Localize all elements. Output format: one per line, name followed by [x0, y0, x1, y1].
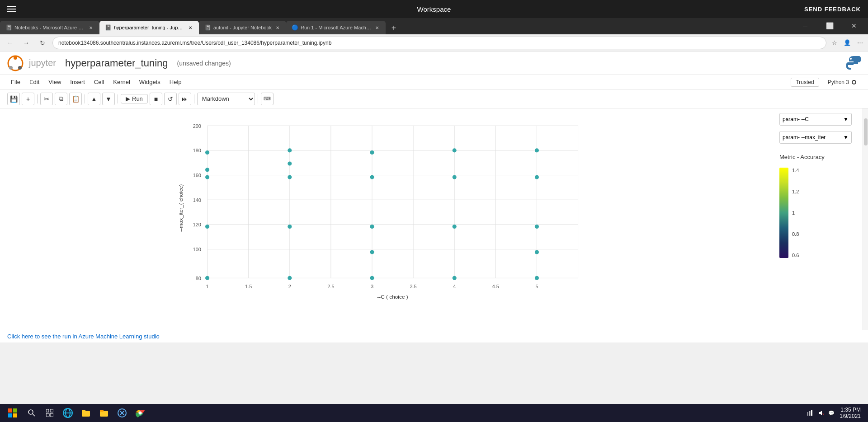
refresh-button[interactable]: ↻ — [36, 37, 49, 49]
azure-ml-link[interactable]: Click here to see the run in Azure Machi… — [7, 333, 160, 340]
svg-text:--max_iter_( choice): --max_iter_( choice) — [178, 184, 184, 232]
run-button[interactable]: ▶ Run — [121, 94, 148, 103]
run-all-button[interactable]: ⏭ — [179, 93, 191, 105]
taskbar-explorer-icon[interactable] — [78, 405, 94, 421]
data-point — [205, 276, 209, 280]
menu-widgets[interactable]: Widgets — [136, 78, 164, 86]
svg-text:3.5: 3.5 — [410, 284, 417, 289]
svg-text:200: 200 — [193, 123, 201, 129]
svg-rect-48 — [46, 413, 49, 417]
add-cell-button[interactable]: + — [22, 93, 34, 105]
browser-tab-hyperparameter[interactable]: 📓 hyperparameter_tuning - Jupyte... ✕ — [99, 21, 199, 34]
menu-view[interactable]: View — [45, 78, 65, 86]
taskbar-control-panel-icon[interactable] — [114, 405, 130, 421]
run-label: Run — [132, 95, 143, 102]
new-tab-button[interactable]: + — [387, 22, 400, 34]
param-y-dropdown[interactable]: param- --max_iter ▼ — [779, 131, 852, 144]
taskbar-ie-icon[interactable] — [60, 405, 76, 421]
profile-icon[interactable]: 👤 — [843, 38, 852, 47]
svg-point-44 — [28, 410, 33, 414]
run-icon: ▶ — [126, 95, 130, 102]
browser-tab-run1[interactable]: 🔵 Run 1 - Microsoft Azure Machine... ✕ — [286, 21, 386, 34]
menu-insert[interactable]: Insert — [66, 78, 89, 86]
minimize-button[interactable]: ─ — [795, 19, 816, 33]
hamburger-menu-icon[interactable] — [7, 6, 16, 12]
notification-icon[interactable]: 💬 — [827, 408, 836, 417]
svg-text:--C ( choice ): --C ( choice ) — [377, 294, 408, 300]
svg-text:160: 160 — [193, 173, 201, 178]
browser-tab-automl[interactable]: 📓 automl - Jupyter Notebook ✕ — [199, 21, 286, 34]
menu-right: Trusted Python 3 — [791, 78, 861, 87]
scrollbar[interactable] — [863, 108, 868, 330]
address-bar-icons: ☆ 👤 ⋯ — [830, 38, 864, 47]
interrupt-button[interactable]: ■ — [150, 93, 162, 105]
close-button[interactable]: ✕ — [844, 19, 864, 33]
move-down-button[interactable]: ▼ — [102, 93, 115, 105]
search-taskbar-button[interactable] — [24, 405, 40, 421]
menu-file[interactable]: File — [7, 78, 24, 86]
volume-icon[interactable]: X — [816, 408, 825, 417]
data-point — [205, 150, 209, 155]
bottom-link-row: Click here to see the run in Azure Machi… — [0, 330, 868, 342]
paste-cell-button[interactable]: 📋 — [69, 93, 82, 105]
copy-cell-button[interactable]: ⧉ — [55, 93, 67, 105]
address-bar[interactable]: notebook134086.southcentralus.instances.… — [52, 37, 826, 49]
chart-section: 200 180 160 140 120 100 80 1 1.5 2 2.5 3… — [0, 108, 868, 330]
task-view-button[interactable] — [42, 405, 58, 421]
settings-icon[interactable]: ⋯ — [855, 38, 864, 47]
taskbar-date: 1/9/2021 — [840, 413, 861, 419]
tab-close-4[interactable]: ✕ — [374, 24, 380, 31]
data-point — [288, 225, 292, 229]
tab-title-1: Notebooks - Microsoft Azure M... — [14, 25, 85, 30]
menu-cell[interactable]: Cell — [90, 78, 108, 86]
svg-text:80: 80 — [196, 276, 201, 281]
taskbar-chrome-icon[interactable] — [132, 405, 148, 421]
param-x-chevron: ▼ — [843, 116, 849, 122]
data-point — [370, 150, 374, 155]
svg-text:X: X — [822, 413, 824, 416]
data-point — [453, 225, 457, 229]
data-point — [288, 175, 292, 179]
network-icon[interactable] — [805, 408, 814, 417]
browser-tab-notebooks[interactable]: 📓 Notebooks - Microsoft Azure M... ✕ — [0, 21, 99, 34]
cut-cell-button[interactable]: ✂ — [40, 93, 53, 105]
forward-button[interactable]: → — [20, 37, 33, 49]
start-button[interactable] — [4, 404, 22, 422]
maximize-button[interactable]: ⬜ — [819, 19, 840, 33]
data-point — [370, 276, 374, 280]
taskbar-folder-icon[interactable] — [96, 405, 112, 421]
scatter-chart: 200 180 160 140 120 100 80 1 1.5 2 2.5 3… — [36, 117, 745, 303]
tab-close-3[interactable]: ✕ — [274, 24, 281, 31]
send-feedback-button[interactable]: SEND FEEDBACK — [804, 6, 861, 13]
data-point — [535, 276, 539, 280]
svg-rect-56 — [100, 410, 104, 412]
scrollbar-thumb[interactable] — [864, 118, 868, 145]
tab-close-1[interactable]: ✕ — [88, 24, 94, 31]
data-point — [453, 276, 457, 280]
svg-point-2 — [9, 66, 13, 70]
menu-edit[interactable]: Edit — [26, 78, 43, 86]
menu-kernel[interactable]: Kernel — [109, 78, 134, 86]
data-point — [288, 161, 292, 165]
chart-right-panel: param- --C ▼ param- --max_iter ▼ Metric … — [772, 108, 863, 330]
cell-type-select[interactable]: Markdown Code Raw NBConvert — [197, 93, 255, 105]
menu-help[interactable]: Help — [166, 78, 185, 86]
toolbar-separator-3 — [118, 94, 118, 103]
restart-button[interactable]: ↺ — [164, 93, 177, 105]
param-y-chevron: ▼ — [843, 134, 849, 141]
svg-rect-47 — [50, 409, 53, 412]
keyboard-shortcuts-button[interactable]: ⌨ — [261, 93, 274, 105]
address-text: notebook134086.southcentralus.instances.… — [58, 40, 331, 46]
move-up-button[interactable]: ▲ — [88, 93, 100, 105]
tab-close-2[interactable]: ✕ — [187, 24, 193, 31]
taskbar-clock: 1:35 PM 1/9/2021 — [840, 407, 861, 419]
metric-label: Metric - Accuracy — [779, 154, 855, 160]
title-bar: Workspace SEND FEEDBACK — [0, 0, 868, 18]
back-button[interactable]: ← — [4, 37, 16, 49]
star-icon[interactable]: ☆ — [830, 38, 839, 47]
data-point — [535, 148, 539, 152]
svg-rect-63 — [809, 411, 811, 416]
param-x-dropdown[interactable]: param- --C ▼ — [779, 113, 852, 126]
save-button[interactable]: 💾 — [7, 93, 20, 105]
svg-rect-40 — [8, 408, 12, 413]
